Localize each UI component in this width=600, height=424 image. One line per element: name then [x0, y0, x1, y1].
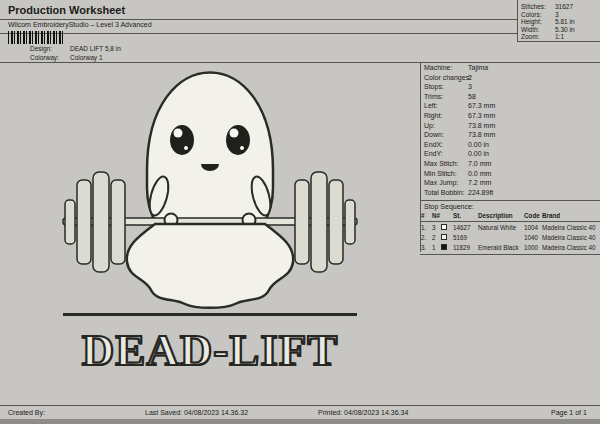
stop-sequence-row: 3. 1 11829 Emerald Black 1000 Madeira Cl… [421, 244, 600, 251]
summary-label: Zoom: [521, 33, 555, 40]
thread-color-swatch [441, 234, 447, 240]
cell-n: 3 [432, 224, 441, 231]
detail-row: Total Bobbin:224.89ft [424, 189, 598, 196]
summary-row: Height:5.81 in [521, 18, 599, 25]
detail-row: Min Stitch:0.0 mm [424, 170, 598, 177]
last-saved-text: Last Saved: 04/08/2023 14.36.32 [145, 409, 248, 416]
detail-label: Max Stitch: [424, 160, 468, 167]
detail-value: 0.00 in [468, 141, 489, 148]
col-brand: Brand [542, 212, 600, 219]
divider [420, 254, 600, 255]
window-edge [0, 419, 600, 424]
detail-value: 73.8 mm [468, 131, 495, 138]
detail-label: Stops: [424, 83, 468, 90]
ghost-deadlift-image [35, 60, 385, 322]
detail-row: EndY:0.00 in [424, 150, 598, 157]
detail-label: Machine: [424, 64, 468, 71]
detail-row: Color changes:2 [424, 74, 598, 81]
divider [0, 405, 600, 406]
col-description: Description [478, 212, 524, 219]
summary-value: 5.30 in [555, 26, 575, 33]
detail-row: Left:67.3 mm [424, 102, 598, 109]
cell-num: 2. [421, 234, 432, 241]
col-n: N# [432, 212, 441, 219]
summary-row: Colors:3 [521, 11, 599, 18]
detail-row: Max Jump:7.2 mm [424, 179, 598, 186]
cell-code: 1040 [524, 234, 542, 241]
detail-row: Down:73.8 mm [424, 131, 598, 138]
page-number: Page 1 of 1 [551, 409, 587, 416]
detail-row: Right:67.3 mm [424, 112, 598, 119]
cell-st: 14627 [453, 224, 478, 231]
detail-value: 0.00 in [468, 150, 489, 157]
summary-value: 3 [555, 11, 559, 18]
col-num: # [421, 212, 432, 219]
stop-sequence-header: # N# St. Description Code Brand [421, 212, 600, 219]
summary-label: Height: [521, 18, 555, 25]
detail-value: Tajima [468, 64, 488, 71]
detail-label: Down: [424, 131, 468, 138]
detail-label: Max Jump: [424, 179, 468, 186]
summary-value: 5.81 in [555, 18, 575, 25]
summary-row: Zoom:1:1 [521, 33, 599, 40]
cell-swatch [441, 224, 453, 231]
summary-label: Width: [521, 26, 555, 33]
cell-st: 11829 [453, 244, 478, 251]
divider [420, 200, 600, 201]
detail-row: Trims:58 [424, 93, 598, 100]
detail-row: Up:73.8 mm [424, 122, 598, 129]
detail-value: 7.2 mm [468, 179, 491, 186]
detail-row: Stops:3 [424, 83, 598, 90]
design-preview: DEAD-LIFT [0, 0, 420, 405]
detail-label: Color changes: [424, 74, 468, 81]
cell-swatch [441, 244, 453, 251]
cell-description: Natural White [478, 224, 524, 231]
detail-value: 67.3 mm [468, 112, 495, 119]
detail-value: 224.89ft [468, 189, 493, 196]
printed-text: Printed: 04/08/2023 14.36.34 [318, 409, 408, 416]
summary-value: 1:1 [555, 33, 564, 40]
detail-value: 2 [468, 74, 472, 81]
detail-row: Machine:Tajima [424, 64, 598, 71]
detail-label: EndY: [424, 150, 468, 157]
detail-value: 0.0 mm [468, 170, 491, 177]
detail-value: 58 [468, 93, 476, 100]
summary-label: Stitches: [521, 3, 555, 10]
cell-swatch [441, 234, 453, 241]
summary-row: Width:5.30 in [521, 26, 599, 33]
detail-label: Min Stitch: [424, 170, 468, 177]
cell-num: 1. [421, 224, 432, 231]
detail-row: EndX:0.00 in [424, 141, 598, 148]
cell-brand: Madeira Classic 40 [542, 244, 600, 251]
cell-brand: Madeira Classic 40 [542, 224, 600, 231]
stop-sequence-row: 1. 3 14627 Natural White 1004 Madeira Cl… [421, 224, 600, 231]
detail-label: Total Bobbin: [424, 189, 468, 196]
detail-value: 67.3 mm [468, 102, 495, 109]
detail-row: Max Stitch:7.0 mm [424, 160, 598, 167]
cell-st: 5169 [453, 234, 478, 241]
detail-label: Left: [424, 102, 468, 109]
detail-label: Up: [424, 122, 468, 129]
detail-value: 3 [468, 83, 472, 90]
summary-value: 31627 [555, 3, 573, 10]
divider [517, 41, 600, 42]
stop-sequence-row: 2. 2 5169 1040 Madeira Classic 40 [421, 234, 600, 241]
detail-value: 73.8 mm [468, 122, 495, 129]
cell-n: 2 [432, 234, 441, 241]
detail-label: Trims: [424, 93, 468, 100]
thread-color-swatch [441, 244, 447, 250]
cell-num: 3. [421, 244, 432, 251]
summary-row: Stitches:31627 [521, 3, 599, 10]
col-code: Code [524, 212, 542, 219]
col-st: St. [453, 212, 478, 219]
cell-description: Emerald Black [478, 244, 524, 251]
cell-n: 1 [432, 244, 441, 251]
cell-code: 1000 [524, 244, 542, 251]
detail-label: Right: [424, 112, 468, 119]
summary-label: Colors: [521, 11, 555, 18]
design-lettering: DEAD-LIFT [0, 324, 420, 376]
divider [517, 0, 518, 41]
cell-code: 1004 [524, 224, 542, 231]
created-by-label: Created By: [8, 409, 45, 416]
detail-label: EndX: [424, 141, 468, 148]
